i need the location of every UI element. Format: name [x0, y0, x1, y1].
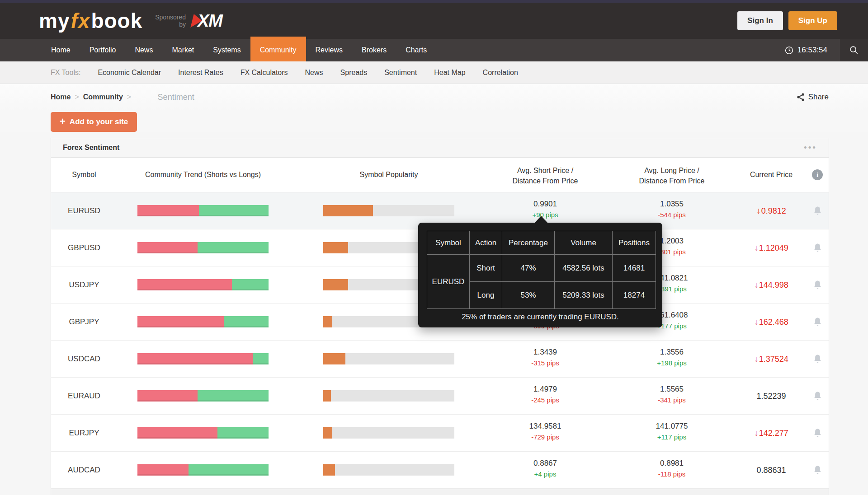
table-row[interactable]: AUDCAD0.8867+4 pips0.8981-118 pips0.8863…: [51, 452, 829, 489]
table-header-row: Symbol Community Trend (Shorts vs Longs)…: [51, 158, 829, 192]
bell-icon: [812, 205, 823, 217]
fx-tool-link-sentiment[interactable]: Sentiment: [384, 69, 417, 77]
add-to-site-label: Add to your site: [70, 117, 128, 126]
panel-menu-button[interactable]: •••: [804, 145, 817, 150]
nav-item-charts[interactable]: Charts: [396, 39, 436, 61]
breadcrumb-community[interactable]: Community: [83, 93, 123, 101]
down-arrow-icon: ↓: [754, 280, 759, 290]
symbol-label: EURAUD: [55, 392, 113, 401]
sponsored-by-label: Sponsored by: [155, 14, 186, 28]
tooltip-header-symbol: Symbol: [427, 231, 470, 255]
xm-logo[interactable]: XM: [192, 11, 222, 31]
avg-short-pips: -245 pips: [486, 396, 604, 404]
down-arrow-icon: ↓: [754, 428, 759, 438]
price-alert-button[interactable]: [808, 389, 826, 404]
myfxbook-logo[interactable]: myfxbook: [39, 9, 142, 33]
price-alert-button[interactable]: [808, 315, 826, 330]
bell-icon: [812, 354, 823, 365]
fx-tool-link-fx-calculators[interactable]: FX Calculators: [241, 69, 288, 77]
symbol-label: GBPJPY: [55, 318, 113, 327]
avg-short-price: 134.9581: [486, 422, 604, 431]
avg-long-price: 141.0775: [613, 422, 731, 431]
current-price: ↓0.9812: [731, 192, 812, 229]
sign-in-button[interactable]: Sign In: [737, 11, 783, 30]
avg-long-price: 1.0355: [613, 200, 731, 209]
col-header-avg-short: Avg. Short Price / Distance From Price: [486, 165, 604, 186]
fx-tool-link-news[interactable]: News: [305, 69, 323, 77]
nav-item-systems[interactable]: Systems: [203, 39, 250, 61]
breadcrumb: Home > Community > Sentiment: [51, 79, 217, 116]
trend-long-segment: [189, 464, 269, 476]
fx-tool-link-correlation[interactable]: Correlation: [483, 69, 518, 77]
symbol-label: EURJPY: [55, 429, 113, 438]
panel-header: Forex Sentiment •••: [51, 138, 829, 158]
popularity-fill: [323, 316, 332, 327]
trend-bar: [137, 427, 269, 439]
trend-bar: [137, 205, 269, 216]
price-alert-button[interactable]: [808, 278, 826, 293]
fx-tool-link-heat-map[interactable]: Heat Map: [434, 69, 465, 77]
search-icon: [849, 45, 859, 55]
bell-icon: [812, 243, 823, 254]
tooltip-header-percentage: Percentage: [502, 231, 555, 255]
share-icon: [796, 93, 805, 102]
trend-long-segment: [198, 242, 269, 253]
down-arrow-icon: ↓: [754, 317, 759, 327]
share-button[interactable]: Share: [796, 93, 829, 102]
popularity-fill: [323, 279, 348, 290]
price-alert-button[interactable]: [808, 352, 826, 367]
clock-icon: [785, 46, 793, 55]
tooltip-symbol: EURUSD: [427, 255, 470, 309]
breadcrumb-home[interactable]: Home: [51, 93, 71, 101]
trend-long-segment: [253, 353, 269, 364]
popularity-fill: [323, 205, 373, 216]
nav-item-news[interactable]: News: [125, 39, 162, 61]
nav-item-reviews[interactable]: Reviews: [306, 39, 352, 61]
price-alert-button[interactable]: [808, 463, 826, 478]
current-price: ↓144.998: [731, 266, 812, 304]
nav-item-home[interactable]: Home: [42, 39, 80, 61]
tooltip-header-positions: Positions: [613, 231, 656, 255]
trend-bar: [137, 390, 269, 402]
nav-item-brokers[interactable]: Brokers: [352, 39, 396, 61]
popularity-fill: [323, 353, 345, 364]
share-label: Share: [808, 93, 829, 102]
price-alert-button[interactable]: [808, 426, 826, 441]
time-value: 16:53:54: [797, 46, 827, 55]
avg-short-pips: +4 pips: [486, 470, 604, 478]
price-alert-button[interactable]: [808, 204, 826, 219]
avg-short-cell: 1.4979-245 pips: [486, 378, 604, 404]
down-arrow-icon: ↓: [756, 206, 761, 216]
table-row[interactable]: USDCAD1.3439-315 pips1.3556+198 pips↓1.3…: [51, 341, 829, 378]
nav-item-portfolio[interactable]: Portfolio: [80, 39, 126, 61]
trend-long-segment: [198, 390, 269, 402]
table-row[interactable]: EURAUD1.4979-245 pips1.5565-341 pips1.52…: [51, 378, 829, 415]
trend-short-segment: [137, 353, 253, 364]
info-icon[interactable]: i: [812, 169, 823, 180]
fx-tool-link-spreads[interactable]: Spreads: [340, 69, 368, 77]
nav-item-community[interactable]: Community: [250, 37, 306, 61]
symbol-label: EURUSD: [55, 206, 113, 215]
sign-up-button[interactable]: Sign Up: [788, 11, 837, 30]
trend-short-segment: [137, 316, 224, 327]
fx-tool-link-interest-rates[interactable]: Interest Rates: [178, 69, 223, 77]
popularity-bar: [323, 205, 454, 216]
search-button[interactable]: [840, 39, 868, 61]
server-time: 16:53:54: [785, 46, 827, 55]
tooltip-long-action: Long: [470, 282, 502, 309]
table-row[interactable]: EURJPY134.9581-729 pips141.0775+117 pips…: [51, 415, 829, 452]
tooltip-arrow: [535, 216, 547, 223]
price-alert-button[interactable]: [808, 241, 826, 256]
trend-short-segment: [137, 242, 198, 253]
next-row-cutoff: [51, 489, 829, 495]
avg-short-price: 0.8867: [486, 459, 604, 468]
bell-icon: [812, 428, 823, 439]
tooltip-short-volume: 4582.56 lots: [555, 255, 613, 282]
symbol-label: USDJPY: [55, 280, 113, 290]
trend-bar: [137, 316, 269, 327]
bell-icon: [812, 391, 823, 402]
fx-tool-link-economic-calendar[interactable]: Economic Calendar: [98, 69, 161, 77]
avg-long-pips: -341 pips: [613, 396, 731, 404]
symbol-label: GBPUSD: [55, 243, 113, 252]
nav-item-market[interactable]: Market: [162, 39, 203, 61]
